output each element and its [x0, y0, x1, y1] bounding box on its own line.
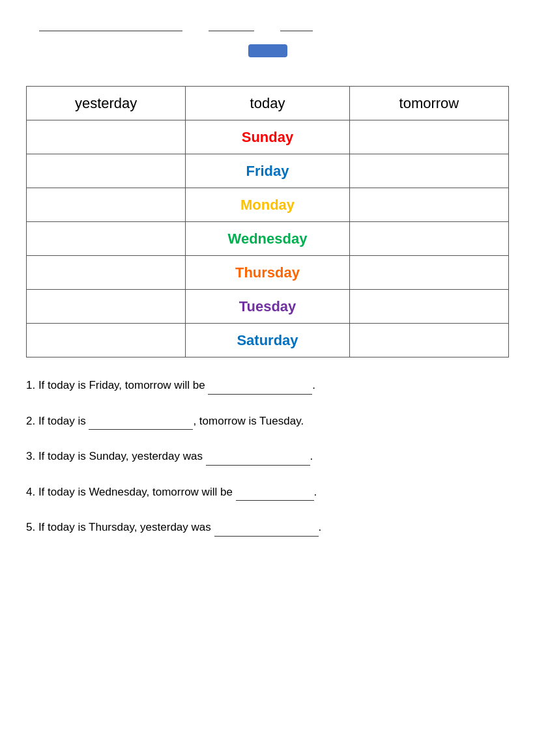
no-blank[interactable]	[280, 20, 313, 31]
tomorrow-cell[interactable]	[349, 188, 508, 222]
tomorrow-cell[interactable]	[349, 154, 508, 188]
today-cell: Tuesday	[186, 290, 350, 324]
question-item: 4. If today is Wednesday, tomorrow will …	[26, 484, 509, 501]
yesterday-cell[interactable]	[27, 324, 186, 357]
question-suffix: .	[319, 521, 322, 533]
title-box	[248, 44, 287, 57]
day-name: Friday	[246, 163, 289, 179]
yesterday-cell[interactable]	[27, 222, 186, 256]
question-number: 4. If today is Wednesday, tomorrow will …	[26, 486, 236, 498]
col-header-tomorrow: tomorrow	[349, 87, 508, 120]
questions-section: 1. If today is Friday, tomorrow will be …	[26, 377, 509, 537]
table-row: Saturday	[27, 324, 509, 357]
question-item: 3. If today is Sunday, yesterday was .	[26, 448, 509, 466]
answer-blank[interactable]	[236, 484, 314, 501]
tomorrow-cell[interactable]	[349, 120, 508, 154]
today-cell: Friday	[186, 154, 350, 188]
yesterday-cell[interactable]	[27, 256, 186, 290]
answer-blank[interactable]	[89, 413, 193, 430]
question-number: 2. If today is	[26, 415, 89, 427]
day-name: Thursday	[235, 264, 300, 281]
table-row: Friday	[27, 154, 509, 188]
question-item: 1. If today is Friday, tomorrow will be …	[26, 377, 509, 395]
table-header-row: yesterday today tomorrow	[27, 87, 509, 120]
title-wrapper	[26, 44, 509, 73]
question-suffix: , tomorrow is Tuesday.	[193, 415, 304, 427]
tomorrow-cell[interactable]	[349, 290, 508, 324]
today-cell: Wednesday	[186, 222, 350, 256]
question-suffix: .	[310, 450, 313, 462]
yesterday-cell[interactable]	[27, 154, 186, 188]
answer-blank[interactable]	[206, 448, 310, 466]
table-row: Monday	[27, 188, 509, 222]
answer-blank[interactable]	[214, 519, 319, 537]
day-name: Sunday	[242, 129, 293, 145]
days-table: yesterday today tomorrow SundayFridayMon…	[26, 86, 509, 357]
question-number: 3. If today is Sunday, yesterday was	[26, 450, 206, 462]
question-suffix: .	[314, 486, 317, 498]
day-name: Saturday	[237, 332, 298, 348]
today-cell: Thursday	[186, 256, 350, 290]
header-row	[26, 20, 509, 31]
table-row: Sunday	[27, 120, 509, 154]
class-blank[interactable]	[209, 20, 254, 31]
tomorrow-cell[interactable]	[349, 256, 508, 290]
today-cell: Sunday	[186, 120, 350, 154]
day-name: Tuesday	[239, 298, 296, 315]
today-cell: Monday	[186, 188, 350, 222]
yesterday-cell[interactable]	[27, 120, 186, 154]
tomorrow-cell[interactable]	[349, 222, 508, 256]
today-cell: Saturday	[186, 324, 350, 357]
day-name: Monday	[240, 197, 295, 213]
tomorrow-cell[interactable]	[349, 324, 508, 357]
yesterday-cell[interactable]	[27, 290, 186, 324]
col-header-yesterday: yesterday	[27, 87, 186, 120]
question-number: 1. If today is Friday, tomorrow will be	[26, 379, 208, 391]
question-item: 5. If today is Thursday, yesterday was .	[26, 519, 509, 537]
table-row: Thursday	[27, 256, 509, 290]
yesterday-cell[interactable]	[27, 188, 186, 222]
question-number: 5. If today is Thursday, yesterday was	[26, 521, 214, 533]
day-name: Wednesday	[228, 231, 308, 247]
table-row: Wednesday	[27, 222, 509, 256]
answer-blank[interactable]	[208, 377, 312, 395]
question-item: 2. If today is , tomorrow is Tuesday.	[26, 413, 509, 430]
question-suffix: .	[312, 379, 315, 391]
table-row: Tuesday	[27, 290, 509, 324]
name-blank[interactable]	[39, 20, 182, 31]
col-header-today: today	[186, 87, 350, 120]
